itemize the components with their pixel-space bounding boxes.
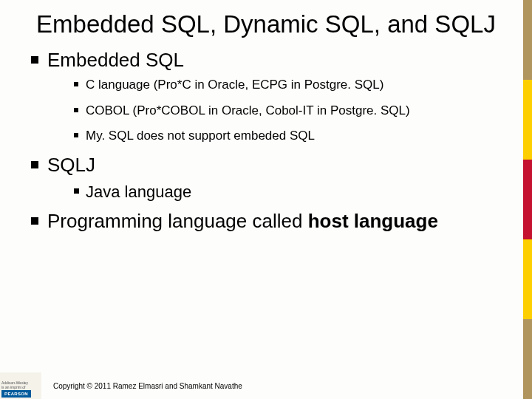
host-prefix: Programming language called bbox=[47, 210, 308, 232]
section-heading: SQLJ bbox=[47, 154, 95, 176]
list-item: COBOL (Pro*COBOL in Oracle, Cobol-IT in … bbox=[74, 103, 510, 118]
slide-footer: Addison-Wesley is an imprint of PEARSON … bbox=[0, 372, 532, 399]
slide-content: Embedded SQL C language (Pro*C in Oracle… bbox=[0, 44, 532, 233]
logo-line2: is an imprint of bbox=[1, 386, 40, 389]
logo-pearson: PEARSON bbox=[1, 390, 31, 398]
slide-title: Embedded SQL, Dynamic SQL, and SQLJ bbox=[0, 0, 532, 44]
list-item: Java language bbox=[74, 183, 510, 202]
publisher-logo: Addison-Wesley is an imprint of PEARSON bbox=[0, 372, 41, 399]
host-bold: host language bbox=[308, 210, 438, 232]
section-heading: Embedded SQL bbox=[47, 49, 184, 71]
list-item: My. SQL does not support embeded SQL bbox=[74, 129, 510, 143]
copyright-text: Copyright © 2011 Ramez Elmasri and Shamk… bbox=[53, 382, 242, 390]
section-host-language: Programming language called host languag… bbox=[31, 210, 510, 233]
section-sqlj: SQLJ Java language bbox=[31, 154, 510, 202]
section-embedded-sql: Embedded SQL C language (Pro*C in Oracle… bbox=[31, 49, 510, 143]
decorative-edge-stripe bbox=[523, 0, 532, 399]
list-item: C language (Pro*C in Oracle, ECPG in Pos… bbox=[74, 78, 510, 92]
